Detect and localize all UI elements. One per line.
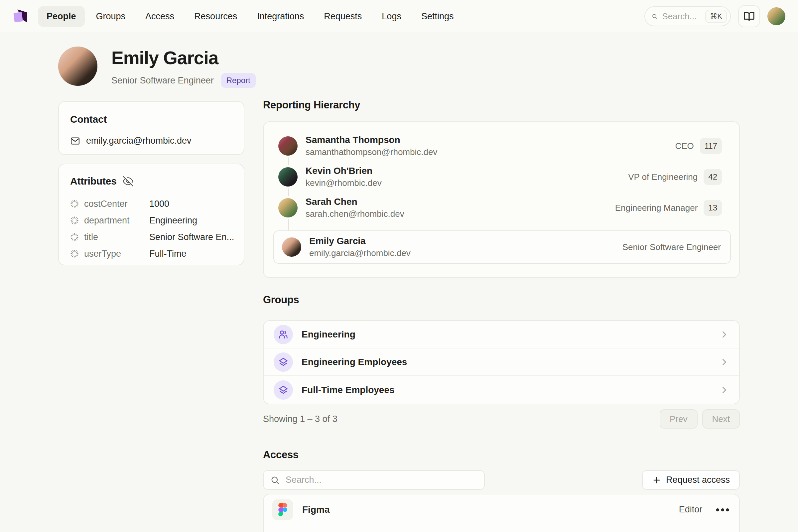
current-person-row: Emily Garcia emily.garcia@rhombic.dev Se… (273, 230, 731, 264)
pagination-controls: Prev Next (660, 409, 740, 429)
person-email: emily.garcia@rhombic.dev (309, 248, 411, 258)
eye-off-icon[interactable] (123, 176, 133, 187)
profile-identity: Emily Garcia Senior Software Engineer Re… (111, 46, 256, 88)
person-email: kevin@rhombic.dev (306, 178, 382, 188)
attribute-value: Senior Software En... (149, 232, 234, 242)
next-button[interactable]: Next (702, 409, 740, 429)
nav-item-logs[interactable]: Logs (373, 6, 410, 27)
report-count-badge: 117 (700, 138, 722, 154)
prev-button[interactable]: Prev (660, 409, 697, 429)
person-role: CEO (675, 141, 694, 151)
profile-name: Emily Garcia (111, 47, 256, 69)
person-name: Emily Garcia (309, 236, 411, 246)
global-search-input[interactable] (661, 11, 701, 22)
attribute-key: title (84, 232, 98, 242)
group-row-full-time-employees[interactable]: Full-Time Employees (264, 376, 739, 404)
nav-right-cluster: ⌘K (644, 5, 785, 27)
top-navigation: People Groups Access Resources Integrati… (0, 0, 798, 33)
global-search[interactable]: ⌘K (644, 6, 731, 26)
chevron-right-icon (719, 357, 729, 367)
attribute-source-icon (70, 249, 79, 258)
group-label: Engineering Employees (302, 357, 407, 367)
report-badge: Report (221, 73, 256, 88)
report-count-badge: 13 (704, 200, 722, 216)
app-name: Figma (302, 505, 329, 515)
attribute-value: Engineering (149, 215, 197, 226)
nav-item-groups[interactable]: Groups (88, 6, 134, 27)
person-name: Samantha Thompson (306, 135, 437, 145)
attribute-source-icon (70, 233, 79, 241)
nav-items: People Groups Access Resources Integrati… (38, 6, 462, 27)
search-icon (652, 12, 657, 21)
nav-item-people[interactable]: People (38, 6, 85, 27)
person-avatar (282, 238, 301, 257)
access-heading: Access (263, 449, 299, 461)
figma-icon (278, 503, 287, 516)
contact-card: Contact emily.garcia@rhombic.dev (58, 101, 244, 155)
attribute-row: department Engineering (70, 212, 232, 229)
groups-card: Engineering Engineering Employees (263, 320, 740, 404)
attribute-value: 1000 (149, 199, 169, 209)
search-shortcut-chip: ⌘K (705, 10, 727, 23)
contact-heading: Contact (70, 114, 232, 125)
group-label: Full-Time Employees (302, 385, 395, 395)
access-search-input[interactable] (285, 474, 477, 486)
person-name: Sarah Chen (306, 196, 404, 207)
person-avatar (278, 136, 298, 156)
book-open-icon (743, 11, 755, 22)
group-row-engineering-employees[interactable]: Engineering Employees (264, 348, 739, 376)
plus-icon (652, 475, 661, 485)
person-avatar (278, 167, 298, 187)
person-avatar (278, 198, 298, 217)
nav-item-settings[interactable]: Settings (413, 6, 462, 27)
attribute-row: costCenter 1000 (70, 195, 232, 212)
attribute-key: costCenter (84, 199, 128, 209)
attribute-key: department (84, 215, 130, 226)
users-icon (278, 329, 289, 340)
person-name: Kevin Oh'Brien (306, 166, 382, 176)
contact-email: emily.garcia@rhombic.dev (86, 136, 191, 146)
attribute-key: userType (84, 249, 121, 259)
docs-button[interactable] (738, 5, 760, 27)
hierarchy-card: Samantha Thompson samanthathompson@rhomb… (263, 121, 740, 278)
request-access-button[interactable]: Request access (642, 470, 740, 490)
rhombic-logo-icon[interactable] (13, 8, 28, 24)
access-row-figma[interactable]: Figma Editor ••• (264, 494, 739, 525)
attributes-card: Attributes costCenter 1000 department (58, 164, 244, 265)
nav-item-access[interactable]: Access (137, 6, 183, 27)
nav-item-integrations[interactable]: Integrations (248, 6, 312, 27)
nav-item-requests[interactable]: Requests (315, 6, 370, 27)
pagination-status: Showing 1 – 3 of 3 (263, 414, 338, 424)
search-icon (270, 475, 280, 485)
attribute-row: userType Full-Time (70, 245, 232, 262)
request-access-label: Request access (666, 475, 730, 485)
app-role: Editor (679, 505, 703, 515)
attribute-row: title Senior Software En... (70, 229, 232, 245)
nav-item-resources[interactable]: Resources (186, 6, 246, 27)
chevron-right-icon (719, 329, 729, 340)
access-search[interactable] (263, 470, 485, 490)
access-list-card: Figma Editor ••• (263, 494, 740, 532)
contact-email-row[interactable]: emily.garcia@rhombic.dev (70, 136, 232, 146)
hierarchy-person-row[interactable]: Kevin Oh'Brien kevin@rhombic.dev VP of E… (278, 167, 722, 187)
attributes-list: costCenter 1000 department Engineering t… (70, 195, 232, 262)
person-role: Engineering Manager (615, 203, 698, 213)
groups-heading: Groups (263, 294, 299, 306)
attribute-source-icon (70, 216, 79, 225)
layers-icon (278, 357, 289, 367)
row-menu-button[interactable]: ••• (716, 507, 730, 513)
hierarchy-person-row[interactable]: Sarah Chen sarah.chen@rhombic.dev Engine… (278, 198, 722, 218)
person-email: sarah.chen@rhombic.dev (306, 209, 404, 219)
person-role: Senior Software Engineer (623, 242, 721, 252)
layers-icon (278, 385, 289, 395)
hierarchy-person-row[interactable]: Samantha Thompson samanthathompson@rhomb… (278, 136, 722, 156)
mail-icon (70, 136, 80, 146)
attribute-value: Full-Time (149, 249, 187, 259)
profile-avatar (58, 46, 97, 86)
attribute-source-icon (70, 200, 79, 208)
user-menu-avatar[interactable] (767, 7, 785, 25)
people-profile-page: People Groups Access Resources Integrati… (0, 0, 798, 532)
report-count-badge: 42 (704, 169, 722, 185)
hierarchy-heading: Reporting Hierarchy (263, 99, 360, 111)
group-row-engineering[interactable]: Engineering (264, 321, 739, 348)
